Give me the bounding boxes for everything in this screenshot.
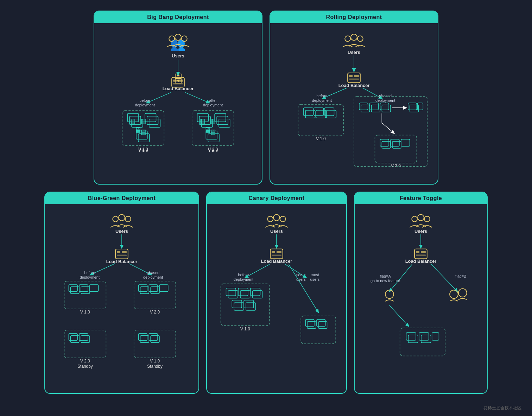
svg-line-191 bbox=[390, 305, 408, 326]
svg-text:phased: phased bbox=[379, 94, 392, 98]
big-bang-title: Big Bang Deployment bbox=[147, 14, 209, 20]
svg-rect-144 bbox=[272, 255, 281, 256]
svg-rect-196 bbox=[421, 335, 431, 343]
svg-rect-74 bbox=[372, 105, 380, 112]
watermark: @稀土掘金技术社区 bbox=[483, 405, 521, 411]
svg-rect-99 bbox=[117, 255, 127, 256]
svg-rect-85 bbox=[382, 141, 391, 148]
svg-rect-86 bbox=[391, 139, 399, 146]
svg-rect-181 bbox=[416, 255, 426, 256]
svg-rect-97 bbox=[117, 251, 120, 253]
canary-title-bar: Canary Deployment bbox=[207, 192, 346, 204]
big-bang-users-label: Users bbox=[172, 53, 184, 58]
svg-rect-171 bbox=[318, 322, 327, 329]
big-bang-diagram: 👥 Users 🗄 Load Balancer before deploymen… bbox=[94, 27, 262, 177]
svg-rect-96 bbox=[115, 249, 128, 259]
svg-text:V 1.0: V 1.0 bbox=[150, 359, 160, 364]
svg-rect-52 bbox=[349, 75, 353, 77]
svg-rect-121 bbox=[64, 330, 106, 358]
feature-title: Feature Toggle bbox=[400, 195, 442, 201]
big-bang-title-bar: Big Bang Deployment bbox=[94, 11, 262, 23]
svg-rect-117 bbox=[149, 285, 158, 292]
card-rolling: Rolling Deployment Users bbox=[270, 11, 438, 185]
svg-rect-116 bbox=[140, 287, 149, 294]
rolling-diagram: Users Load Balancer before deployment ph… bbox=[270, 27, 438, 177]
svg-line-184 bbox=[431, 265, 457, 292]
svg-rect-157 bbox=[228, 291, 238, 298]
svg-rect-130 bbox=[140, 336, 149, 343]
svg-rect-142 bbox=[272, 251, 275, 253]
svg-point-189 bbox=[450, 290, 458, 299]
svg-text:flag=B: flag=B bbox=[455, 274, 466, 278]
svg-text:V 1.0: V 1.0 bbox=[316, 136, 326, 141]
svg-rect-169 bbox=[307, 322, 316, 329]
svg-rect-112 bbox=[90, 285, 99, 292]
svg-text:go to new feature: go to new feature bbox=[370, 279, 400, 283]
feature-diagram: Users Load Balancer flag=A go to new fea… bbox=[355, 208, 487, 386]
svg-rect-87 bbox=[392, 141, 401, 148]
svg-text:deployment: deployment bbox=[312, 98, 332, 103]
svg-rect-167 bbox=[301, 316, 336, 344]
svg-rect-179 bbox=[416, 251, 419, 253]
svg-rect-109 bbox=[70, 287, 79, 294]
svg-rect-132 bbox=[151, 336, 159, 343]
svg-text:V 2.0: V 2.0 bbox=[391, 163, 401, 168]
svg-text:🖥: 🖥 bbox=[139, 128, 147, 137]
svg-text:users: users bbox=[310, 277, 320, 281]
svg-rect-165 bbox=[246, 303, 256, 311]
svg-text:Load Balancer: Load Balancer bbox=[106, 259, 138, 264]
svg-rect-170 bbox=[317, 319, 325, 327]
svg-rect-178 bbox=[414, 249, 427, 259]
svg-rect-119 bbox=[159, 285, 168, 292]
svg-rect-114 bbox=[134, 281, 176, 309]
svg-text:before: before bbox=[238, 273, 249, 277]
svg-rect-163 bbox=[234, 303, 244, 311]
svg-rect-193 bbox=[406, 333, 416, 341]
svg-rect-168 bbox=[305, 319, 314, 327]
blue-green-title-bar: Blue-Green Deployment bbox=[45, 192, 198, 204]
svg-rect-180 bbox=[421, 251, 426, 253]
bottom-row: Blue-Green Deployment Users bbox=[14, 192, 518, 393]
svg-rect-192 bbox=[400, 328, 445, 356]
svg-rect-78 bbox=[408, 103, 417, 110]
svg-text:Standby: Standby bbox=[147, 364, 163, 369]
svg-rect-143 bbox=[277, 251, 281, 253]
svg-text:Load Balancer: Load Balancer bbox=[261, 259, 292, 264]
svg-rect-76 bbox=[382, 105, 391, 112]
svg-text:deployment: deployment bbox=[135, 103, 155, 107]
svg-rect-32 bbox=[219, 119, 230, 128]
svg-rect-195 bbox=[419, 333, 429, 341]
feature-title-bar: Feature Toggle bbox=[355, 192, 487, 204]
svg-rect-107 bbox=[64, 281, 106, 309]
svg-line-82 bbox=[382, 123, 394, 134]
svg-rect-123 bbox=[70, 336, 79, 343]
card-big-bang: Big Bang Deployment 👥 Users 🗄 bbox=[94, 11, 262, 185]
svg-text:V 2.0: V 2.0 bbox=[150, 310, 160, 315]
svg-text:Users: Users bbox=[270, 229, 283, 234]
svg-rect-68 bbox=[327, 110, 336, 118]
svg-rect-122 bbox=[69, 334, 77, 341]
svg-text:V 1.0: V 1.0 bbox=[138, 148, 148, 153]
card-feature: Feature Toggle Users bbox=[354, 192, 488, 393]
svg-text:deployment: deployment bbox=[143, 275, 163, 280]
svg-text:before: before bbox=[316, 94, 327, 98]
svg-rect-164 bbox=[244, 300, 254, 308]
canary-title: Canary Deployment bbox=[249, 195, 305, 201]
svg-rect-111 bbox=[81, 287, 90, 294]
svg-text:Users: Users bbox=[348, 50, 360, 55]
svg-rect-108 bbox=[69, 285, 77, 292]
svg-text:Users: Users bbox=[414, 229, 427, 234]
svg-line-154 bbox=[289, 265, 318, 313]
svg-point-93 bbox=[125, 216, 131, 222]
svg-rect-156 bbox=[226, 288, 236, 296]
svg-rect-124 bbox=[79, 334, 88, 341]
blue-green-diagram: Users Load Balancer before deployment ph… bbox=[45, 208, 198, 386]
svg-rect-110 bbox=[79, 285, 88, 292]
svg-rect-24 bbox=[149, 119, 160, 128]
svg-text:deployment: deployment bbox=[80, 275, 100, 280]
svg-rect-75 bbox=[380, 103, 389, 110]
svg-text:flag=A: flag=A bbox=[380, 274, 391, 278]
svg-rect-160 bbox=[251, 288, 260, 296]
svg-text:V 1.0: V 1.0 bbox=[80, 310, 90, 315]
svg-rect-43 bbox=[173, 83, 183, 85]
